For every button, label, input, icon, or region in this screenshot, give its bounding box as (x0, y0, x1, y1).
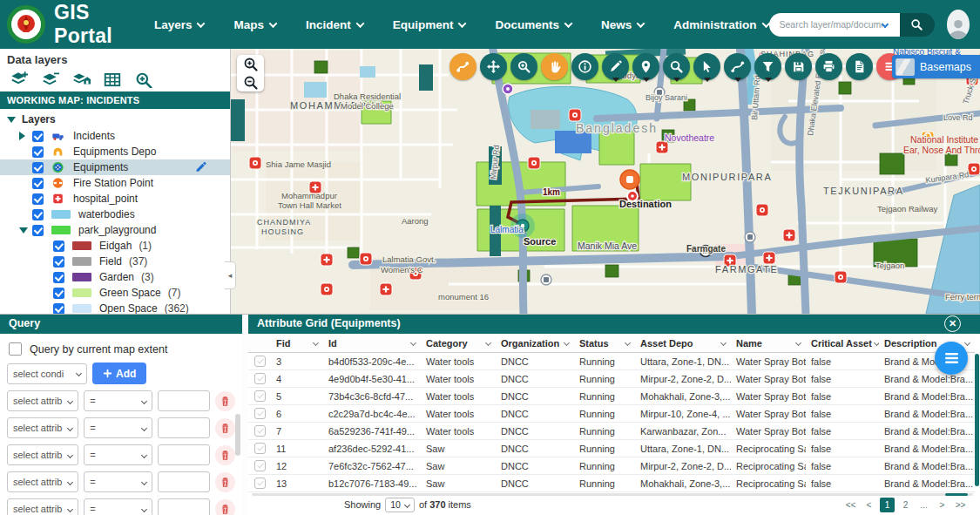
map-canvas[interactable]: M MOHAMMADPURDhaka ResidentialModel Coll… (231, 49, 980, 314)
add-condition-button[interactable]: Add (92, 363, 146, 384)
row-checkbox[interactable] (254, 356, 266, 367)
layer-visibility-checkbox[interactable] (32, 131, 44, 142)
layer-visibility-checkbox[interactable] (32, 225, 44, 236)
chevron-down-icon[interactable] (612, 78, 619, 82)
nav-item-documents[interactable]: Documents (495, 18, 571, 31)
column-header-category[interactable]: Category (421, 338, 496, 349)
select-tool[interactable] (693, 53, 720, 80)
layer-item-incidents[interactable]: Incidents (0, 128, 230, 144)
pan-tool[interactable] (480, 53, 507, 80)
page-button-1[interactable]: 1 (880, 498, 895, 512)
user-avatar[interactable] (947, 10, 970, 39)
attribute-select-2[interactable]: select attrib (7, 417, 78, 438)
operator-select-1[interactable]: = (84, 390, 152, 411)
chevron-down-icon[interactable] (313, 340, 319, 346)
incident-marker[interactable] (321, 254, 333, 266)
layer-item-equipments-depo[interactable]: Equipments Depo (0, 144, 230, 159)
query-extent-checkbox[interactable] (9, 342, 22, 356)
delete-condition-button-1[interactable] (215, 391, 235, 411)
info-tool[interactable] (571, 53, 598, 80)
attribute-select-3[interactable]: select attrib (7, 444, 78, 465)
poi-marker[interactable] (503, 84, 513, 94)
operator-select-3[interactable]: = (84, 444, 152, 465)
draw-tool[interactable] (602, 53, 629, 80)
measure-route-tool[interactable] (449, 53, 476, 80)
table-row[interactable]: 11af236dec-5292-41...SawDNCCRunningUttar… (248, 440, 975, 457)
incident-marker[interactable] (569, 109, 581, 121)
nav-item-maps[interactable]: Maps (233, 18, 276, 31)
grid-vertical-scrollbar[interactable] (975, 354, 979, 486)
row-checkbox[interactable] (254, 460, 266, 471)
value-input-3[interactable] (158, 444, 210, 465)
layer-visibility-checkbox[interactable] (53, 272, 64, 283)
layer-item-fire-station-point[interactable]: Fire Station Point (0, 175, 230, 191)
layer-visibility-checkbox[interactable] (53, 241, 64, 252)
print-tool[interactable] (815, 53, 842, 80)
base-map[interactable]: M MOHAMMADPURDhaka ResidentialModel Coll… (231, 49, 980, 314)
attribute-select-1[interactable]: select attrib (7, 390, 78, 411)
basemaps-button[interactable]: Basemaps (892, 55, 980, 78)
incident-marker[interactable] (756, 204, 768, 216)
sidebar-collapse-handle[interactable]: ◂ (225, 261, 236, 289)
incident-marker[interactable] (249, 157, 261, 169)
row-checkbox[interactable] (254, 478, 266, 489)
incident-marker[interactable] (835, 271, 847, 283)
layer-visibility-checkbox[interactable] (53, 303, 64, 315)
layer-visibility-checkbox[interactable] (53, 256, 64, 268)
layer-tree-root[interactable]: Layers (0, 112, 230, 128)
row-checkbox[interactable] (254, 373, 266, 384)
layers-tool[interactable] (40, 71, 59, 88)
table-row[interactable]: 3b4d0f533-209c-4e...Water toolsDNCCRunni… (248, 353, 975, 370)
grid-actions-float-button[interactable] (935, 342, 968, 375)
table-row[interactable]: 573b4c3c6-8cfd-47...Water toolsDNCCRunni… (248, 388, 975, 405)
chevron-down-icon[interactable] (720, 340, 727, 346)
layer-item-eidgah[interactable]: Eidgah(1) (0, 238, 230, 254)
route-destination-marker[interactable] (620, 170, 639, 189)
table-row[interactable]: 6c2c29a7d-bc4c-4e...Water toolsDNCCRunni… (248, 405, 975, 423)
row-checkbox[interactable] (254, 408, 266, 419)
hand-tool[interactable] (541, 53, 568, 80)
nav-item-administration[interactable]: Administration (673, 18, 768, 31)
chevron-down-icon[interactable] (734, 78, 741, 82)
search-input[interactable] (780, 19, 882, 30)
chevron-down-icon[interactable] (625, 340, 631, 346)
table-row[interactable]: 13b12c7076-7183-49...SawDNCCRunningMohak… (248, 475, 975, 492)
expand-arrow-icon[interactable] (19, 132, 25, 140)
incident-marker[interactable] (528, 157, 540, 169)
layer-item-park-playground[interactable]: park_playground (0, 222, 230, 238)
column-header-id[interactable]: Id (323, 338, 421, 349)
page-button-[interactable]: << (843, 498, 858, 512)
page-button-[interactable]: ... (916, 498, 931, 512)
delete-condition-button-2[interactable] (215, 418, 235, 438)
incident-marker[interactable] (763, 252, 775, 264)
layer-visibility-checkbox[interactable] (32, 193, 44, 205)
collapse-arrow-icon[interactable] (19, 227, 28, 234)
incident-marker[interactable] (656, 141, 668, 153)
close-attribute-grid-button[interactable]: ✕ (944, 315, 961, 332)
chevron-down-icon[interactable] (704, 78, 711, 82)
add-layers-tool[interactable] (9, 71, 28, 88)
search-feature-tool[interactable] (663, 53, 690, 80)
value-input-1[interactable] (158, 390, 210, 411)
attribute-select-5[interactable]: select attrib (7, 498, 78, 515)
layer-item-field[interactable]: Field(37) (0, 254, 230, 269)
page-button-[interactable]: > (935, 498, 950, 512)
filter-tool[interactable] (754, 53, 781, 80)
layer-catalog-tool[interactable] (71, 71, 91, 88)
operator-select-4[interactable]: = (84, 471, 152, 492)
incident-marker[interactable] (360, 253, 372, 265)
layer-item-green-space[interactable]: Green Space(7) (0, 285, 230, 301)
layer-item-hospital-point[interactable]: hospital_point (0, 191, 230, 207)
row-checkbox[interactable] (254, 425, 266, 437)
incident-marker[interactable] (321, 283, 333, 295)
column-header-asset-depo[interactable]: Asset Depo (635, 338, 731, 349)
nav-item-equipment[interactable]: Equipment (393, 18, 466, 31)
column-header-critical-asset[interactable]: Critical Asset (806, 338, 879, 349)
row-checkbox[interactable] (254, 443, 266, 454)
row-checkbox[interactable] (254, 390, 266, 402)
routing-tool[interactable] (724, 53, 751, 80)
zoom-in-button[interactable] (243, 57, 259, 72)
incident-marker[interactable] (380, 283, 392, 295)
zoom-in-tool[interactable] (510, 53, 537, 80)
page-button-[interactable]: >> (953, 498, 968, 512)
